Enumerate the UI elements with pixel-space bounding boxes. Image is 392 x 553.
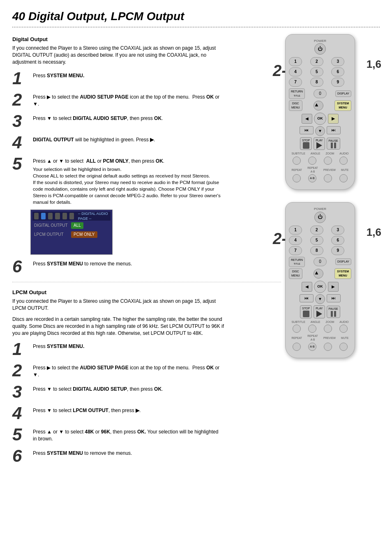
btn-4b[interactable]: 4 [289, 236, 302, 245]
system-menu-btn-bottom[interactable]: SYSTEMMENU [334, 268, 351, 279]
btn-5[interactable]: 5 [310, 67, 323, 76]
prev-btn-bottom[interactable]: ⏮ [300, 294, 314, 302]
audio-circle-bottom[interactable] [339, 325, 348, 333]
nav-row-top: ◀ OK ▶ [289, 113, 351, 125]
btn-4[interactable]: 4 [289, 67, 302, 76]
btn-7b[interactable]: 7 [289, 246, 302, 255]
step-2-text: Press ▶ to select the AUDIO SETUP PAGE i… [33, 91, 222, 108]
remote-power-bottom: POWER ⏻ [289, 207, 351, 223]
btn-7[interactable]: 7 [289, 78, 302, 87]
step-3-row: 3 Press ▼ to select DIGITAL AUDIO SETUP,… [12, 113, 281, 130]
btn-2[interactable]: 2 [310, 57, 323, 66]
menu-row-lpcm: LPCM OUTPUT PCM ONLY [32, 230, 111, 239]
angle-circle-top[interactable] [308, 157, 316, 165]
repeat-circle-top[interactable] [293, 174, 301, 182]
return-btn-top[interactable]: RETURNTITLE [289, 88, 305, 99]
up-arrow-center-bottom[interactable]: ▲ [314, 269, 323, 279]
lpcm-step-6-row: 6 Press SYSTEM MENU to remove the menus. [12, 447, 281, 465]
zero-btn-bottom[interactable]: 0 [314, 257, 327, 266]
disc-system-row-top: DISCMENU ▲ SYSTEMMENU [289, 100, 351, 111]
down-arrow-bottom[interactable]: ▼ [315, 294, 325, 304]
btn-1[interactable]: 1 [289, 57, 302, 66]
btn-9b[interactable]: 9 [331, 246, 344, 255]
preview-circle-bottom[interactable] [324, 343, 332, 351]
right-btn-top[interactable]: ▶ [328, 114, 339, 124]
left-btn-bottom[interactable]: ◀ [302, 282, 312, 292]
lpcm-step-5-num: 5 [12, 426, 30, 443]
step-1-text: Press SYSTEM MENU. [33, 70, 84, 79]
ok-btn-bottom[interactable]: OK [314, 281, 326, 293]
btn-2b[interactable]: 2 [310, 226, 323, 235]
btn-3[interactable]: 3 [331, 57, 344, 66]
btn-1b[interactable]: 1 [289, 226, 302, 235]
step-1-num: 1 [12, 70, 30, 87]
remote-power-top: POWER ⏻ [289, 39, 351, 55]
power-button-top[interactable]: ⏻ [314, 43, 326, 55]
repeat-ab-circle-top[interactable]: A·B [308, 174, 316, 182]
skip-row-top: ⏮ ▼ ⏭ [289, 126, 351, 136]
up-arrow-center-top[interactable]: ▲ [314, 101, 323, 111]
btn-5b[interactable]: 5 [310, 236, 323, 245]
circle-row-top [289, 157, 351, 165]
next-btn-bottom[interactable]: ⏭ [327, 294, 341, 302]
stop-btn-top[interactable]: STOP [300, 137, 312, 150]
audio-circle-top[interactable] [339, 157, 348, 165]
play-btn-top[interactable]: PLAY [314, 137, 325, 150]
label-row-bottom: SUBTITLEANGLEZOOMAUDIO [289, 320, 351, 324]
label-row-top: SUBTITLEANGLEZOOMAUDIO [289, 152, 351, 156]
pause-btn-top[interactable]: PAUSE [327, 138, 340, 150]
btn-8[interactable]: 8 [310, 78, 323, 87]
zero-btn-top[interactable]: 0 [314, 89, 327, 98]
mute-circle-bottom[interactable] [339, 343, 348, 351]
btn-3b[interactable]: 3 [331, 226, 344, 235]
right-btn-bottom[interactable]: ▶ [328, 282, 339, 292]
power-button-bottom[interactable]: ⏻ [314, 212, 326, 223]
display-btn-bottom[interactable]: DISPLAY [335, 258, 351, 265]
subtitle-circle-top[interactable] [293, 157, 301, 165]
num-grid-top: 1 2 3 4 5 6 7 8 9 [289, 57, 351, 87]
prev-btn-top[interactable]: ⏮ [300, 126, 314, 134]
display-btn-top[interactable]: DISPLAY [335, 90, 351, 97]
repeat-row-top: REPEAT REPEATA·B PREVIEW MUTE [289, 166, 351, 173]
system-menu-btn-top[interactable]: SYSTEMMENU [334, 100, 351, 111]
ok-btn-top[interactable]: OK [314, 113, 326, 125]
power-label-bottom: POWER [289, 207, 351, 211]
mute-circle-top[interactable] [339, 174, 348, 182]
digital-output-title: Digital Output [12, 36, 281, 43]
pause-btn-bottom[interactable]: PAUSE [327, 306, 340, 318]
lpcm-output-title: LPCM Output [12, 289, 281, 296]
stop-btn-bottom[interactable]: STOP [300, 305, 312, 318]
btn-9[interactable]: 9 [331, 78, 344, 87]
lpcm-step-6-text: Press SYSTEM MENU to remove the menus. [33, 447, 132, 457]
special-row-top: RETURNTITLE 0 DISPLAY [289, 88, 351, 99]
badge-16-top: 1,6 [367, 59, 381, 69]
disc-menu-btn-top[interactable]: DISCMENU [289, 100, 302, 111]
btn-6b[interactable]: 6 [331, 236, 344, 245]
repeat-ab-circle-bottom[interactable]: A·B [308, 343, 316, 351]
repeat-circle-bottom[interactable] [293, 343, 301, 351]
play-btn-bottom[interactable]: PLAY [314, 305, 325, 318]
lpcm-step-4-text: Press ▼ to select LPCM OUTPUT, then pres… [33, 405, 141, 414]
angle-circle-bottom[interactable] [308, 325, 316, 333]
subtitle-circle-bottom[interactable] [293, 325, 301, 333]
step-3-text: Press ▼ to select DIGITAL AUDIO SETUP, t… [33, 113, 163, 122]
zoom-circle-top[interactable] [324, 157, 332, 165]
menu-screenshot: -- DIGITAL AUDIO PAGE -- DIGITAL OUTPUT … [30, 210, 113, 255]
step-4-row: 4 DIGITAL OUTPUT will be highlighted in … [12, 134, 281, 151]
preview-circle-top[interactable] [324, 174, 332, 182]
btn-6[interactable]: 6 [331, 67, 344, 76]
step-2-num: 2 [12, 91, 30, 108]
zoom-circle-bottom[interactable] [324, 325, 332, 333]
next-btn-top[interactable]: ⏭ [327, 126, 341, 134]
btn-8b[interactable]: 8 [310, 246, 323, 255]
step-4-text: DIGITAL OUTPUT will be highlighted in gr… [33, 134, 155, 143]
return-btn-bottom[interactable]: RETURNTITLE [289, 257, 305, 267]
lpcm-step-2-num: 2 [12, 362, 30, 379]
step-3-num: 3 [12, 113, 30, 130]
step-1-row: 1 Press SYSTEM MENU. [12, 70, 281, 87]
down-arrow-top[interactable]: ▼ [315, 126, 325, 136]
transport-row-top: STOP PLAY PAUSE [289, 137, 351, 150]
left-btn-top[interactable]: ◀ [302, 114, 312, 124]
disc-menu-btn-bottom[interactable]: DISCMENU [289, 268, 302, 279]
lpcm-step-4-row: 4 Press ▼ to select LPCM OUTPUT, then pr… [12, 405, 281, 422]
